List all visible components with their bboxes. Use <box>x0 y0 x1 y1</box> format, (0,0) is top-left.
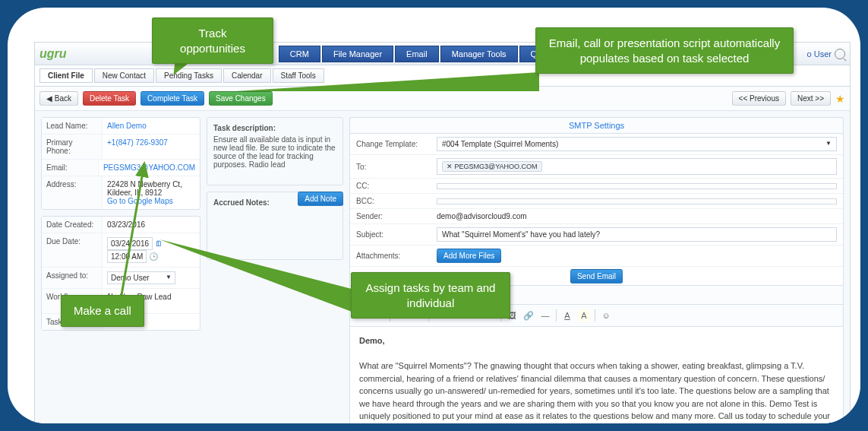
lead-panel: Lead Name:Allen Demo Primary Phone:+1(84… <box>41 117 200 210</box>
tab-client-file[interactable]: Client File <box>39 68 93 83</box>
callout-track: Track opportunities <box>152 17 273 64</box>
subject-label: Subject: <box>356 230 432 239</box>
add-files-button[interactable]: Add More Files <box>437 249 501 263</box>
task-description-panel: Task description: Ensure all available d… <box>207 117 343 185</box>
star-icon[interactable]: ★ <box>835 93 845 105</box>
chevron-down-icon: ▼ <box>166 274 172 282</box>
tab-staff-tools[interactable]: Staff Tools <box>273 68 324 83</box>
google-maps-link[interactable]: Go to Google Maps <box>107 197 195 205</box>
cc-label: CC: <box>356 182 432 190</box>
cc-input[interactable] <box>437 183 837 189</box>
lead-address-label: Address: <box>42 176 103 209</box>
recipient-chip[interactable]: ✕ PEGSMG3@YAHOO.COM <box>442 161 542 172</box>
template-label: Change Template: <box>356 140 432 148</box>
lead-email[interactable]: PEGSMG3@YAHOO.COM <box>99 160 200 176</box>
app-window: ugru CRM File Manager Email Manager Tool… <box>34 42 851 423</box>
back-button[interactable]: ◀ Back <box>39 91 78 106</box>
text-color-icon[interactable]: A <box>561 309 573 322</box>
date-created: 03/23/2016 <box>103 217 200 233</box>
tab-pending-tasks[interactable]: Pending Tasks <box>156 68 222 83</box>
email-compose: SMTP Settings Change Template: #004 Temp… <box>349 117 844 423</box>
tab-calendar[interactable]: Calendar <box>223 68 271 83</box>
chevron-down-icon: ▼ <box>825 140 832 148</box>
bcc-input[interactable] <box>437 198 837 204</box>
user-area: o User <box>807 49 845 59</box>
nav-email[interactable]: Email <box>395 46 439 62</box>
lead-name-label: Lead Name: <box>42 118 103 134</box>
lead-phone-label: Primary Phone: <box>42 135 103 159</box>
save-changes-button[interactable]: Save Changes <box>209 91 273 106</box>
date-created-label: Date Created: <box>42 217 103 233</box>
due-date-label: Due Date: <box>42 233 103 267</box>
previous-button[interactable]: << Previous <box>732 91 786 106</box>
due-time-input[interactable]: 12:00 AM <box>107 250 147 263</box>
logo: ugru <box>39 47 67 61</box>
lead-name[interactable]: Allen Demo <box>103 118 200 134</box>
sender-value: demo@advisorcloud9.com <box>437 212 837 220</box>
template-select[interactable]: #004 Template (Squirrel Moments)▼ <box>437 137 837 151</box>
subject-input[interactable]: What "Squirrel Moment's" have you had la… <box>437 227 837 242</box>
action-row: ◀ Back Delete Task Complete Task Save Ch… <box>35 87 850 111</box>
callout-make-call: Make a call <box>61 295 144 327</box>
smtp-title: SMTP Settings <box>349 117 844 133</box>
next-button[interactable]: Next >> <box>791 91 831 106</box>
callout-email-script: Email, call or presentation script autom… <box>535 27 794 74</box>
emoji-icon[interactable]: ☺ <box>600 309 612 322</box>
notes-panel: Add Note Accrued Notes: <box>207 192 343 260</box>
hr-icon[interactable]: — <box>539 309 551 322</box>
nav-manager-tools[interactable]: Manager Tools <box>440 46 518 62</box>
link-icon[interactable]: 🔗 <box>522 309 535 322</box>
complete-task-button[interactable]: Complete Task <box>140 91 204 106</box>
bg-color-icon[interactable]: A <box>578 309 590 322</box>
attachments-label: Attachments: <box>356 252 432 260</box>
task-description-body: Ensure all available data is input in ne… <box>213 135 336 169</box>
clock-icon[interactable]: 🕒 <box>149 252 158 261</box>
email-body-editor[interactable]: Demo, What are "Squirrel Moments"? The g… <box>349 327 844 423</box>
nav-crm[interactable]: CRM <box>279 46 320 62</box>
tab-new-contact[interactable]: New Contact <box>94 68 154 83</box>
calendar-icon[interactable]: 🗓 <box>155 239 163 248</box>
due-date-cell: 03/24/2016 🗓 12:00 AM 🕒 <box>103 233 200 267</box>
send-email-button[interactable]: Send Email <box>570 269 623 284</box>
email-paragraph: What are "Squirrel Moments"? The gnawing… <box>359 360 834 423</box>
assigned-label: Assigned to: <box>42 268 103 288</box>
sender-label: Sender: <box>356 212 432 220</box>
email-greeting: Demo, <box>359 334 834 347</box>
assigned-select[interactable]: Demo User▼ <box>107 271 175 284</box>
user-label[interactable]: o User <box>807 49 832 59</box>
bcc-label: BCC: <box>356 197 432 205</box>
due-date-input[interactable]: 03/24/2016 <box>107 237 153 250</box>
to-label: To: <box>356 163 432 171</box>
content: Lead Name:Allen Demo Primary Phone:+1(84… <box>35 111 850 423</box>
to-input[interactable]: ✕ PEGSMG3@YAHOO.COM <box>437 158 837 175</box>
callout-assign: Assign tasks by team and individual <box>351 272 510 318</box>
task-description-title: Task description: <box>213 124 336 132</box>
add-note-button[interactable]: Add Note <box>298 192 343 206</box>
lead-address: 22428 N Newberry Ct, Kildeer, IL, 8912 G… <box>103 176 200 209</box>
search-icon[interactable] <box>835 49 845 59</box>
lead-phone[interactable]: +1(847) 726-9307 <box>103 135 200 159</box>
delete-task-button[interactable]: Delete Task <box>83 91 136 106</box>
lead-email-label: Email: <box>42 160 99 176</box>
nav-file-manager[interactable]: File Manager <box>322 46 393 62</box>
